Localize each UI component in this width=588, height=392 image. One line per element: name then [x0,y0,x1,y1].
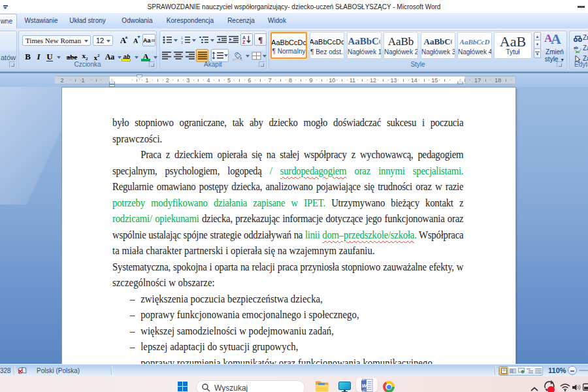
svg-text:Z: Z [242,40,246,44]
svg-text:1: 1 [181,36,183,40]
svg-text:ac: ac [576,50,580,53]
svg-text:A: A [242,35,246,40]
svg-text:3: 3 [181,41,183,44]
